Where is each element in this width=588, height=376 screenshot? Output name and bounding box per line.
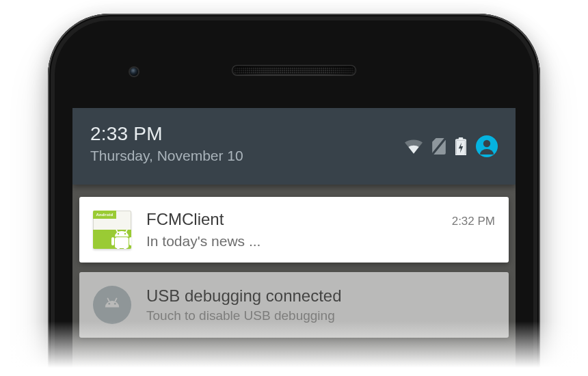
notification-card[interactable]: Android [79, 197, 509, 263]
stage: 2:33 PM Thursday, November 10 [0, 0, 588, 376]
clock-date: Thursday, November 10 [90, 148, 243, 164]
notification-list: Android [79, 197, 509, 338]
svg-rect-7 [111, 237, 114, 245]
notification-body: USB debugging connected Touch to disable… [146, 286, 495, 323]
clock-time: 2:33 PM [90, 123, 243, 145]
no-sim-icon [432, 138, 446, 155]
android-app-icon: Android [93, 211, 131, 249]
svg-rect-8 [129, 237, 131, 245]
svg-point-13 [118, 233, 119, 234]
notification-app-icon: Android [93, 211, 131, 249]
android-app-icon-tab-label: Android [96, 213, 113, 217]
earpiece-speaker [232, 66, 356, 75]
status-icons-row [405, 135, 498, 157]
notification-text: In today's news ... [146, 233, 495, 250]
android-robot-icon [108, 230, 131, 249]
front-camera [130, 68, 138, 76]
wifi-icon [405, 139, 423, 154]
system-circle-icon [93, 286, 131, 324]
notification-app-icon [93, 286, 131, 324]
notification-title: USB debugging connected [146, 286, 342, 306]
svg-point-17 [108, 303, 110, 305]
notification-card[interactable]: USB debugging connected Touch to disable… [79, 272, 509, 338]
notification-title: FCMClient [146, 210, 224, 229]
android-head-icon [101, 293, 124, 317]
battery-charging-icon [455, 137, 466, 155]
clock-date-block: 2:33 PM Thursday, November 10 [90, 123, 243, 164]
svg-rect-6 [115, 237, 129, 248]
svg-line-15 [107, 298, 109, 301]
svg-point-14 [124, 233, 126, 234]
profile-icon[interactable] [476, 135, 498, 157]
svg-line-16 [115, 298, 117, 301]
quick-settings-header[interactable]: 2:33 PM Thursday, November 10 [72, 108, 516, 185]
notification-time: 2:32 PM [452, 215, 495, 228]
svg-point-5 [483, 140, 490, 147]
svg-point-18 [114, 303, 116, 305]
notification-text: Touch to disable USB debugging [146, 308, 495, 323]
notification-body: FCMClient 2:32 PM In today's news ... [146, 210, 495, 250]
screen: 2:33 PM Thursday, November 10 [72, 108, 516, 376]
device-frame: 2:33 PM Thursday, November 10 [48, 14, 540, 376]
